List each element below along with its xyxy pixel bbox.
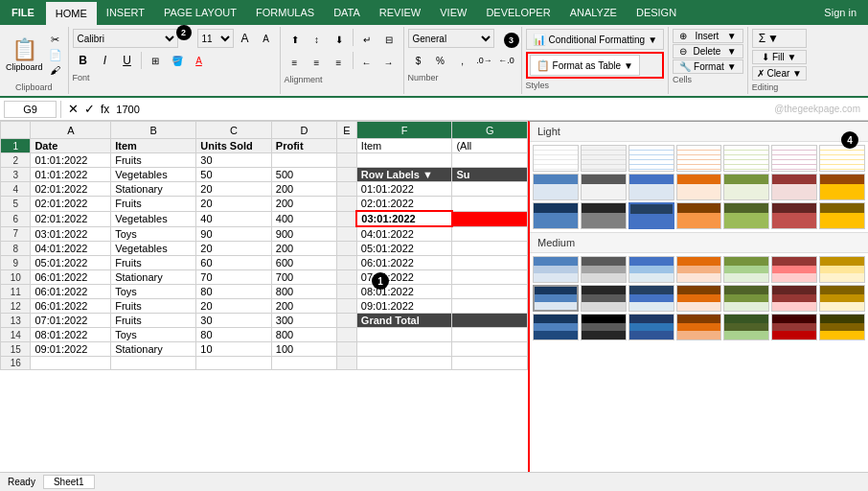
cell-a9[interactable]: 05:01:2022 (31, 256, 111, 270)
currency-button[interactable]: $ (408, 50, 429, 71)
cell-a1[interactable]: Date (31, 139, 111, 153)
cell-f6[interactable]: 03:01:2022 (356, 211, 452, 226)
table-style-swatch[interactable] (819, 174, 865, 200)
table-style-swatch[interactable] (771, 202, 817, 229)
cell-g14[interactable] (452, 328, 528, 342)
table-style-swatch[interactable] (581, 145, 627, 172)
cell-f5[interactable]: 02:01:2022 (356, 197, 452, 212)
cell-b4[interactable]: Stationary (111, 182, 196, 197)
cell-a3[interactable]: 01:01:2022 (31, 168, 111, 182)
table-style-swatch[interactable] (771, 285, 817, 312)
table-style-swatch[interactable] (533, 256, 579, 283)
cell-d4[interactable]: 200 (271, 182, 336, 197)
developer-tab[interactable]: DEVELOPER (476, 0, 560, 25)
cell-g10[interactable] (452, 270, 528, 285)
table-style-swatch[interactable] (723, 174, 769, 200)
delete-cells-button[interactable]: ⊖ Delete ▼ (673, 44, 743, 58)
cell-a15[interactable]: 09:01:2022 (31, 342, 111, 357)
cell-d10[interactable]: 700 (271, 270, 336, 285)
percent-button[interactable]: % (430, 50, 451, 71)
col-header-d[interactable]: D (271, 122, 336, 139)
cell-b1[interactable]: Item (111, 139, 196, 153)
cell-g16[interactable] (452, 357, 528, 370)
paste-button[interactable]: 📋 Clipboard (4, 35, 45, 74)
cell-b15[interactable]: Stationary (111, 342, 196, 357)
conditional-formatting-button[interactable]: 📊 Conditional Formatting ▼ (526, 29, 665, 50)
table-style-swatch[interactable] (628, 202, 674, 229)
copy-button[interactable]: 📄 (47, 48, 64, 62)
cell-a5[interactable]: 02:01:2022 (31, 197, 111, 212)
fill-button[interactable]: ⬇ Fill ▼ (752, 50, 807, 64)
cell-c9[interactable]: 60 (196, 256, 272, 270)
cell-c16[interactable] (196, 357, 272, 370)
cell-b9[interactable]: Fruits (111, 256, 196, 270)
cell-c10[interactable]: 70 (196, 270, 272, 285)
cell-f11[interactable]: 08:01:2022 (356, 285, 452, 299)
cell-a8[interactable]: 04:01:2022 (31, 242, 111, 256)
col-header-e[interactable]: E (336, 122, 356, 139)
table-style-swatch[interactable] (676, 202, 722, 229)
format-painter-button[interactable]: 🖌 (47, 63, 64, 77)
table-style-swatch[interactable] (533, 174, 579, 200)
table-style-swatch[interactable] (628, 314, 674, 340)
cell-g1[interactable]: (All (452, 139, 528, 153)
table-style-swatch[interactable] (771, 314, 817, 340)
align-center-button[interactable]: ≡ (307, 52, 328, 73)
decrease-decimal-button[interactable]: ←.0 (496, 50, 517, 71)
cell-d16[interactable] (271, 357, 336, 370)
cell-c14[interactable]: 80 (196, 328, 272, 342)
cell-f4[interactable]: 01:01:2022 (356, 182, 452, 197)
cell-b2[interactable]: Fruits (111, 153, 196, 168)
cell-b10[interactable]: Stationary (111, 270, 196, 285)
sign-in-link[interactable]: Sign in (812, 0, 868, 25)
table-style-swatch[interactable] (723, 314, 769, 340)
cell-a14[interactable]: 08:01:2022 (31, 328, 111, 342)
cell-d5[interactable]: 200 (271, 197, 336, 212)
table-style-swatch[interactable] (628, 174, 674, 200)
cell-c13[interactable]: 30 (196, 314, 272, 328)
cell-g2[interactable] (452, 153, 528, 168)
cell-a10[interactable]: 06:01:2022 (31, 270, 111, 285)
data-tab[interactable]: DATA (324, 0, 370, 25)
cell-f3[interactable]: Row Labels ▼ (356, 168, 452, 182)
font-name-select[interactable]: Calibri (73, 29, 178, 48)
cell-d6[interactable]: 400 (271, 211, 336, 226)
cell-c12[interactable]: 20 (196, 299, 272, 314)
cell-b16[interactable] (111, 357, 196, 370)
table-style-swatch[interactable] (676, 145, 722, 172)
cell-f9[interactable]: 06:01:2022 (356, 256, 452, 270)
col-header-b[interactable]: B (111, 122, 196, 139)
merge-button[interactable]: ⊟ (378, 29, 400, 50)
cell-d15[interactable]: 100 (271, 342, 336, 357)
cell-a13[interactable]: 07:01:2022 (31, 314, 111, 328)
cell-c4[interactable]: 20 (196, 182, 272, 197)
table-style-swatch[interactable] (819, 314, 865, 340)
cell-a7[interactable]: 03:01:2022 (31, 226, 111, 242)
cell-f8[interactable]: 05:01:2022 (356, 242, 452, 256)
table-style-swatch[interactable] (771, 174, 817, 200)
review-tab[interactable]: REVIEW (370, 0, 430, 25)
align-left-button[interactable]: ≡ (285, 52, 306, 73)
indent-decrease-button[interactable]: ← (356, 52, 377, 73)
table-style-swatch[interactable] (628, 285, 674, 312)
formula-input[interactable] (112, 101, 774, 118)
file-tab[interactable]: FILE (0, 0, 46, 25)
table-style-swatch[interactable] (533, 202, 579, 229)
table-style-swatch[interactable] (581, 202, 627, 229)
cell-g4[interactable] (452, 182, 528, 197)
confirm-formula-button[interactable]: ✓ (81, 102, 98, 116)
cell-f1[interactable]: Item (356, 139, 452, 153)
table-style-swatch[interactable] (723, 256, 769, 283)
cell-g11[interactable] (452, 285, 528, 299)
cell-d13[interactable]: 300 (271, 314, 336, 328)
cell-g6[interactable] (452, 211, 528, 226)
table-style-swatch[interactable] (819, 145, 865, 172)
table-style-swatch[interactable] (581, 256, 627, 283)
table-style-swatch[interactable] (676, 174, 722, 200)
indent-increase-button[interactable]: → (378, 52, 400, 73)
bold-button[interactable]: B (73, 50, 94, 71)
cell-b13[interactable]: Fruits (111, 314, 196, 328)
table-style-swatch[interactable] (819, 285, 865, 312)
cell-f2[interactable] (356, 153, 452, 168)
align-bottom-button[interactable]: ⬇ (329, 29, 350, 50)
